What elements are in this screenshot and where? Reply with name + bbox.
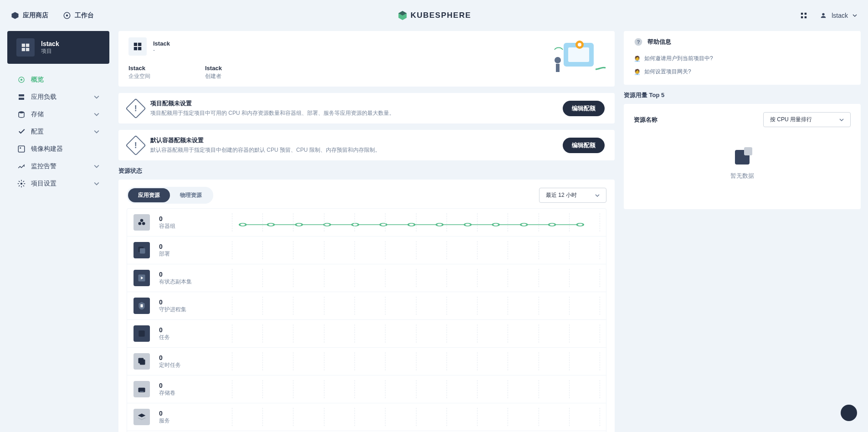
resource-type-icon [134, 214, 150, 231]
sidebar-item-monitoring[interactable]: 监控告警 [11, 158, 106, 175]
resource-type-icon [134, 409, 150, 425]
edit-container-quota-button[interactable]: 编辑配额 [563, 138, 605, 153]
help-item-invite-user[interactable]: 🧑‍💼 如何邀请用户到当前项目中? [634, 52, 851, 65]
nav-app-store[interactable]: 应用商店 [11, 11, 48, 20]
resource-label: 守护进程集 [159, 306, 232, 314]
chevron-down-icon [853, 13, 857, 18]
svg-point-9 [19, 111, 24, 113]
sidebar-item-label: 项目设置 [31, 180, 56, 188]
empty-icon [735, 150, 750, 165]
svg-rect-18 [556, 64, 560, 72]
alert-title: 默认容器配额未设置 [150, 136, 555, 144]
svg-rect-40 [141, 304, 143, 308]
svg-point-31 [464, 223, 471, 226]
resource-row: 0存储卷 [127, 375, 606, 403]
svg-point-33 [521, 223, 527, 226]
brand-logo[interactable]: KUBESPHERE [397, 10, 471, 21]
chevron-down-icon [595, 193, 600, 198]
svg-point-29 [408, 223, 415, 226]
resource-count: 0 [159, 382, 232, 389]
app-header: 应用商店 工作台 KUBESPHERE lstack [0, 0, 868, 31]
svg-point-30 [437, 223, 443, 226]
top5-name-label: 资源名称 [634, 116, 657, 124]
top5-panel: 资源名称 按 CPU 用量排行 暂无数据 [624, 104, 861, 209]
tools-fab[interactable] [841, 405, 857, 421]
svg-rect-10 [18, 146, 25, 152]
workloads-icon [17, 93, 26, 101]
resource-row: 0容器组 [127, 209, 606, 237]
resource-tabs: 应用资源 物理资源 [127, 187, 213, 204]
workspace-icon [63, 11, 71, 20]
chevron-down-icon [94, 94, 99, 100]
help-icon: ? [634, 37, 643, 46]
resource-count: 0 [159, 410, 232, 417]
resource-type-icon [134, 270, 150, 286]
svg-point-1 [66, 15, 68, 17]
svg-rect-2 [801, 13, 803, 15]
user-menu[interactable]: lstack [820, 12, 857, 19]
svg-point-12 [21, 183, 23, 185]
top5-title: 资源用量 Top 5 [624, 91, 861, 99]
resource-count: 0 [159, 298, 232, 306]
time-range-select[interactable]: 最近 12 小时 [539, 188, 606, 203]
nav-workspace[interactable]: 工作台 [63, 11, 94, 20]
resource-label: 服务 [159, 417, 232, 425]
resource-count: 0 [159, 354, 232, 361]
svg-rect-5 [805, 16, 806, 18]
illustration-icon [545, 34, 609, 79]
svg-point-19 [139, 222, 142, 225]
sidebar-item-workloads[interactable]: 应用负载 [11, 88, 106, 106]
resource-type-icon [134, 325, 150, 342]
resource-sparkline [232, 380, 600, 398]
resource-status-title: 资源状态 [118, 167, 615, 175]
store-icon [11, 11, 19, 20]
resource-sparkline [232, 408, 600, 426]
sidebar-item-label: 镜像构建器 [31, 145, 63, 153]
svg-point-32 [493, 223, 499, 226]
person-icon: 🧑‍💼 [634, 56, 641, 62]
sidebar-item-config[interactable]: 配置 [11, 123, 106, 140]
svg-rect-45 [140, 391, 144, 392]
project-header[interactable]: lstack 项目 [7, 31, 109, 64]
help-title-text: 帮助信息 [647, 38, 671, 46]
sidebar-item-overview[interactable]: 概览 [11, 71, 106, 88]
sidebar-item-storage[interactable]: 存储 [11, 106, 106, 123]
svg-rect-41 [139, 330, 144, 336]
edit-quota-button[interactable]: 编辑配额 [563, 101, 605, 116]
overview-icon [17, 76, 26, 84]
resource-row: 0任务 [127, 320, 606, 348]
resource-label: 容器组 [159, 222, 232, 230]
chevron-down-icon [94, 112, 99, 117]
tab-app-resources[interactable]: 应用资源 [128, 188, 170, 202]
project-card-icon [128, 37, 147, 56]
help-item-gateway[interactable]: 🧑‍💼 如何设置项目网关? [634, 65, 851, 78]
svg-rect-43 [140, 360, 145, 365]
chevron-down-icon [94, 164, 99, 169]
sidebar-item-image-builder[interactable]: 镜像构建器 [11, 140, 106, 158]
svg-point-23 [240, 223, 246, 226]
sidebar: lstack 项目 概览 应用负载 存储 配置 [7, 31, 109, 432]
project-desc: - [153, 47, 170, 53]
warning-icon: ! [125, 98, 146, 118]
empty-text: 暂无数据 [634, 172, 851, 180]
container-quota-alert-panel: ! 默认容器配额未设置 默认容器配额用于指定项目中创建的容器的默认 CPU 预留… [118, 130, 615, 160]
resource-sparkline [232, 241, 600, 259]
user-icon [820, 12, 827, 19]
svg-point-26 [324, 223, 330, 226]
top5-sort-select[interactable]: 按 CPU 用量排行 [763, 112, 851, 127]
sidebar-item-label: 应用负载 [31, 93, 56, 101]
workspace-value: lstack [128, 65, 150, 72]
config-icon [17, 128, 26, 136]
svg-point-35 [577, 223, 583, 226]
resource-count: 0 [159, 243, 232, 250]
sidebar-item-settings[interactable]: 项目设置 [11, 175, 106, 192]
svg-rect-4 [801, 16, 803, 18]
gear-icon [17, 180, 26, 188]
apps-grid-icon[interactable] [801, 12, 807, 19]
tab-physical-resources[interactable]: 物理资源 [170, 188, 212, 202]
resource-type-icon [134, 298, 150, 314]
svg-point-20 [142, 222, 145, 225]
sidebar-item-label: 概览 [31, 76, 44, 84]
project-info-panel: lstack - lstack 企业空间 lstack 创建者 [118, 31, 615, 87]
resource-label: 有状态副本集 [159, 278, 232, 286]
